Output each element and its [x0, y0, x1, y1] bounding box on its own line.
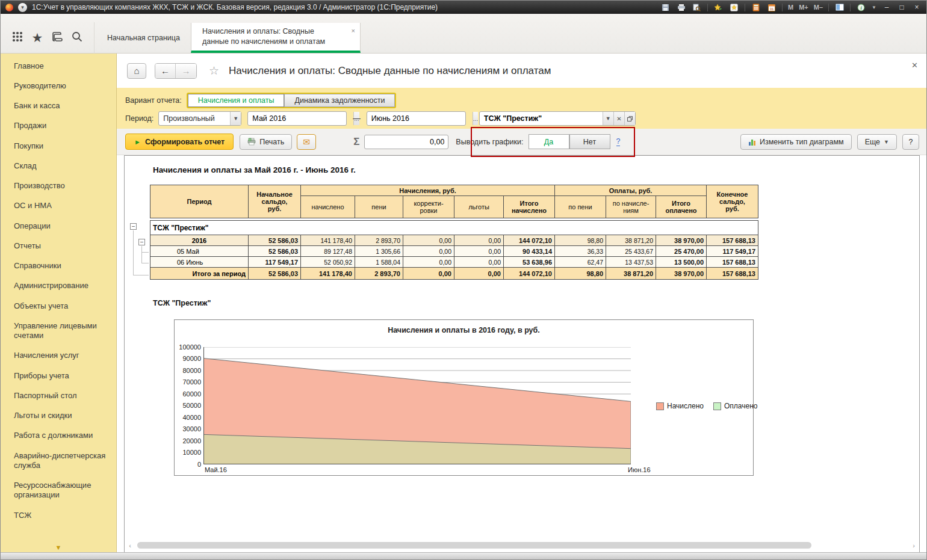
value-cell: 0,00	[454, 257, 504, 268]
favorite-star-icon[interactable]: ☆	[209, 64, 219, 78]
tab-report-label: Начисления и оплаты: Сводные данные по н…	[202, 26, 342, 47]
expand-year-icon[interactable]: –	[138, 239, 145, 245]
print-icon[interactable]	[676, 3, 686, 12]
col-closing-balance: Конечное сальдо, руб.	[707, 185, 758, 218]
calculator-icon[interactable]	[751, 3, 761, 12]
change-chart-type-button[interactable]: Изменить тип диаграмм	[740, 134, 852, 150]
memory-m-button[interactable]: M	[788, 4, 793, 11]
memory-m-minus-button[interactable]: M–	[814, 4, 823, 11]
home-button[interactable]: ⌂	[127, 63, 146, 79]
sum-input[interactable]	[365, 135, 448, 149]
sidebar-item[interactable]: Начисления услуг	[1, 346, 116, 366]
sidebar-item[interactable]: Ресурсоснабжающие организации	[1, 476, 116, 506]
forward-button[interactable]: →	[176, 64, 196, 78]
favorites-icon[interactable]	[729, 3, 739, 12]
sidebar-item[interactable]: Отчеты	[1, 236, 116, 256]
sidebar-more-icon[interactable]: ▼	[1, 544, 116, 551]
tab-home[interactable]: Начальная страница	[96, 23, 191, 53]
sidebar-item[interactable]: Банк и касса	[1, 96, 116, 116]
info-icon[interactable]: i	[856, 3, 866, 12]
scroll-left-icon[interactable]: ‹	[126, 542, 134, 549]
variant-accruals-button[interactable]: Начисления и оплаты	[188, 94, 285, 107]
group-row[interactable]: ТСЖ "Престиж"	[150, 221, 758, 235]
expand-group-icon[interactable]: –	[130, 223, 137, 230]
history-icon[interactable]	[51, 31, 63, 45]
sidebar-item[interactable]: ТСЖ	[1, 505, 116, 525]
info-dropdown-icon[interactable]: ▼	[872, 5, 876, 10]
sidebar-item[interactable]: Продажи	[1, 116, 116, 136]
search-icon[interactable]	[71, 31, 83, 45]
sidebar-item[interactable]: Аварийно-диспетчерская служба	[1, 446, 116, 476]
organization-open-icon[interactable]	[624, 112, 635, 125]
sidebar-item[interactable]: Справочники	[1, 256, 116, 276]
close-button[interactable]: ×	[912, 3, 922, 11]
back-button[interactable]: ←	[155, 64, 176, 78]
charts-yes-button[interactable]: Да	[529, 134, 569, 149]
save-icon[interactable]	[660, 3, 671, 12]
organization-field[interactable]: ▼ ✕	[479, 111, 636, 126]
sidebar-item[interactable]: Приборы учета	[1, 366, 116, 386]
calendar-icon[interactable]: 31	[766, 3, 777, 12]
tab-report[interactable]: Начисления и оплаты: Сводные данные по н…	[191, 23, 361, 53]
period-to-picker-button[interactable]: ...	[473, 112, 478, 125]
titlebar-separator	[850, 4, 851, 11]
scrollbar-track[interactable]	[134, 541, 910, 549]
table-row-total[interactable]: Итого за период52 586,03141 178,402 893,…	[150, 268, 758, 280]
period-from-input[interactable]	[248, 114, 353, 123]
period-type-select[interactable]: Произвольный ▼	[158, 111, 241, 126]
period-to-input[interactable]	[367, 114, 473, 123]
variant-debt-dynamics-button[interactable]: Динамика задолженности	[284, 94, 395, 107]
sections-menu-icon[interactable]	[11, 31, 23, 45]
send-mail-button[interactable]: ✉	[297, 134, 316, 150]
sidebar-item[interactable]: Главное	[1, 56, 116, 76]
table-row-year[interactable]: 201652 586,03141 178,402 893,700,000,001…	[150, 235, 758, 246]
form-close-icon[interactable]: ✕	[911, 61, 918, 70]
maximize-button[interactable]: □	[897, 3, 907, 11]
system-menu-button[interactable]: ▼	[18, 3, 27, 12]
period-type-dropdown-icon[interactable]: ▼	[230, 112, 241, 125]
help-button[interactable]: ?	[902, 134, 919, 150]
minimize-button[interactable]: –	[882, 3, 891, 11]
sidebar-item[interactable]: Паспортный стол	[1, 386, 116, 405]
col-group-payments: Оплаты, руб.	[555, 185, 707, 196]
charts-no-button[interactable]: Нет	[569, 134, 610, 149]
period-to-field[interactable]: ...	[367, 111, 466, 126]
sidebar-item[interactable]: ОС и НМА	[1, 196, 116, 216]
sidebar-item[interactable]: Производство	[1, 176, 116, 196]
inline-help-link[interactable]: ?	[616, 137, 621, 146]
organization-dropdown-icon[interactable]: ▼	[603, 112, 613, 125]
memory-m-plus-button[interactable]: M+	[799, 4, 808, 11]
favorites-panel-icon[interactable]: ★	[31, 31, 43, 45]
sidebar-item[interactable]: Операции	[1, 216, 116, 236]
sidebar-item[interactable]: Льготы и скидки	[1, 406, 116, 426]
tree-line	[133, 230, 134, 275]
y-tick-label: 10000	[175, 449, 201, 456]
sidebar-item[interactable]: Покупки	[1, 136, 116, 156]
table-row-month[interactable]: 06 Июнь117 549,1752 050,921 588,040,000,…	[150, 257, 758, 268]
organization-clear-icon[interactable]: ✕	[613, 112, 624, 125]
generate-report-button[interactable]: ► Сформировать отчет	[125, 134, 234, 150]
sidebar-item[interactable]: Работа с должниками	[1, 426, 116, 446]
scroll-right-icon[interactable]: ›	[910, 542, 917, 549]
organization-input[interactable]	[480, 114, 603, 123]
sidebar-item[interactable]: Администрирование	[1, 276, 116, 296]
add-to-favorites-icon[interactable]	[713, 3, 724, 12]
tab-close-icon[interactable]: ×	[352, 26, 355, 35]
titlebar-separator	[828, 4, 829, 11]
app-logo-icon	[5, 4, 13, 11]
sum-field[interactable]	[364, 135, 448, 149]
window-titlebar: ▼ 1С:Учет в управляющих компаниях ЖКХ, Т…	[1, 1, 926, 14]
sidebar-item[interactable]: Объекты учета	[1, 296, 116, 316]
table-row-month[interactable]: 05 Май52 586,0389 127,481 305,660,000,00…	[150, 246, 758, 257]
print-preview-icon[interactable]	[692, 3, 702, 12]
print-button[interactable]: Печать	[240, 134, 292, 150]
sidebar-item[interactable]: Руководителю	[1, 76, 116, 96]
sidebar-item[interactable]: Управление лицевыми счетами	[1, 316, 116, 346]
more-button[interactable]: Еще ▼	[857, 134, 897, 150]
value-cell: 157 688,13	[707, 268, 758, 280]
sidebar-item[interactable]: Склад	[1, 156, 116, 176]
split-window-icon[interactable]	[834, 3, 845, 12]
period-from-field[interactable]: ...	[247, 111, 347, 126]
horizontal-scrollbar[interactable]: ‹ ›	[126, 541, 917, 550]
scrollbar-thumb[interactable]	[137, 542, 811, 549]
